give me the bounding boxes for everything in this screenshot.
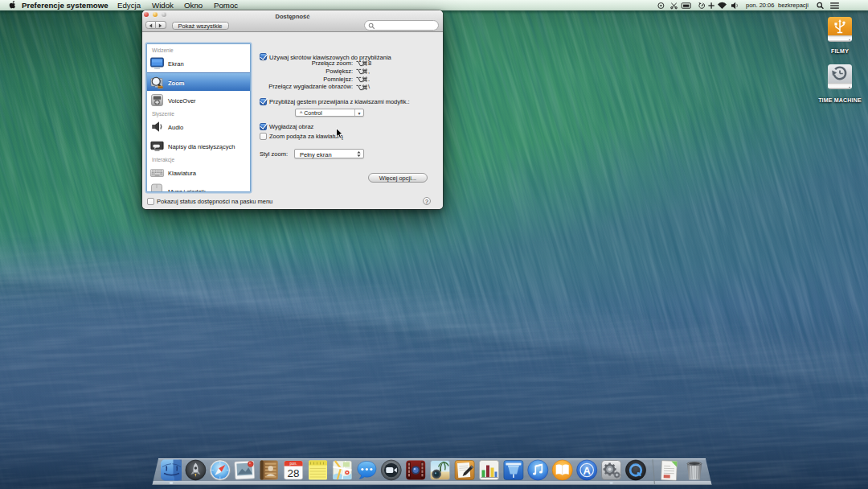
- svg-text:A: A: [583, 465, 592, 477]
- svg-text:pon.: pon.: [290, 462, 297, 466]
- svg-text:28: 28: [288, 467, 300, 479]
